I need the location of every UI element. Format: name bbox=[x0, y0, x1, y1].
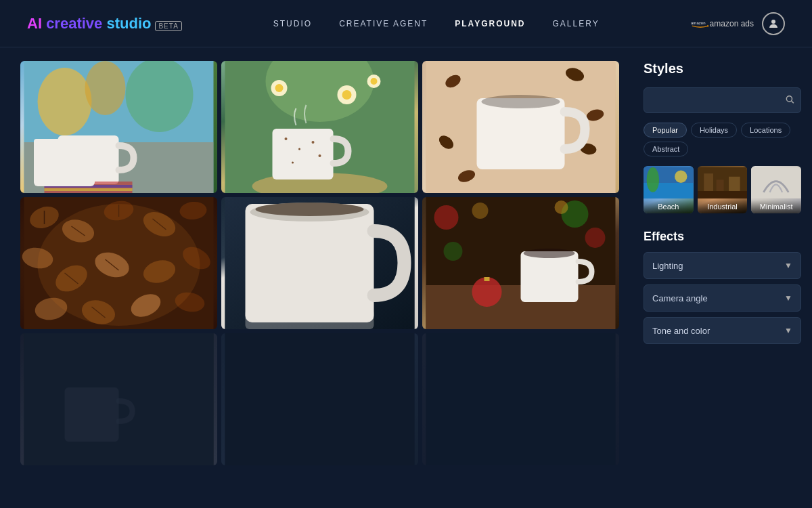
svg-point-68 bbox=[434, 205, 459, 230]
gallery-image-3[interactable] bbox=[422, 61, 619, 193]
ads-text: amazon ads bbox=[710, 19, 754, 28]
lighting-dropdown[interactable]: Lighting ▼ bbox=[644, 252, 801, 279]
search-box bbox=[644, 87, 801, 113]
user-icon bbox=[767, 18, 780, 30]
svg-rect-63 bbox=[246, 204, 374, 322]
tone-color-label: Tone and color bbox=[652, 326, 710, 336]
svg-point-65 bbox=[256, 203, 364, 216]
svg-point-2 bbox=[771, 20, 775, 24]
lighting-chevron-icon: ▼ bbox=[784, 261, 792, 270]
header: AI creative studio BETA STUDIO CREATIVE … bbox=[0, 0, 812, 47]
gallery-area bbox=[0, 47, 633, 508]
camera-angle-label: Camera angle bbox=[652, 293, 708, 303]
styles-search-input[interactable] bbox=[644, 87, 801, 113]
gallery-image-5[interactable] bbox=[221, 197, 418, 329]
svg-rect-78 bbox=[484, 277, 490, 281]
sidebar: Styles Popular Holidays Locations Abstra… bbox=[633, 47, 812, 508]
lighting-label: Lighting bbox=[652, 261, 683, 271]
svg-point-73 bbox=[444, 242, 463, 261]
industrial-thumb-image bbox=[698, 166, 748, 200]
svg-point-86 bbox=[786, 96, 792, 102]
svg-point-25 bbox=[292, 162, 294, 164]
svg-line-87 bbox=[792, 101, 794, 103]
svg-point-76 bbox=[524, 249, 575, 258]
image-2-svg bbox=[221, 61, 418, 193]
main-nav: STUDIO CREATIVE AGENT PLAYGROUND GALLERY bbox=[273, 19, 600, 28]
svg-point-19 bbox=[371, 78, 378, 85]
svg-rect-10 bbox=[45, 185, 133, 188]
svg-point-72 bbox=[555, 200, 568, 214]
image-4-svg bbox=[20, 197, 217, 329]
svg-point-24 bbox=[312, 141, 315, 144]
gallery-image-6[interactable] bbox=[422, 197, 619, 329]
nav-creative-agent[interactable]: CREATIVE AGENT bbox=[339, 19, 428, 28]
svg-point-71 bbox=[585, 228, 606, 248]
gallery-image-7[interactable] bbox=[20, 333, 217, 465]
svg-point-17 bbox=[342, 90, 352, 100]
style-thumb-industrial[interactable]: Industrial bbox=[698, 166, 748, 213]
industrial-label: Industrial bbox=[698, 200, 748, 213]
image-9-svg bbox=[422, 333, 619, 465]
svg-rect-11 bbox=[45, 188, 133, 191]
beta-badge: BETA bbox=[155, 21, 181, 31]
filter-tag-abstract[interactable]: Abstract bbox=[644, 142, 688, 156]
gallery-image-8[interactable] bbox=[221, 333, 418, 465]
image-6-svg bbox=[422, 197, 619, 329]
gallery-image-2[interactable] bbox=[221, 61, 418, 193]
svg-text:amazon: amazon bbox=[691, 21, 706, 25]
style-thumb-beach[interactable]: Beach bbox=[644, 166, 694, 213]
logo-ai: AI bbox=[27, 15, 42, 32]
svg-point-22 bbox=[285, 137, 288, 140]
svg-rect-75 bbox=[521, 251, 579, 302]
svg-point-4 bbox=[38, 68, 92, 135]
filter-tag-popular[interactable]: Popular bbox=[644, 123, 687, 137]
svg-point-77 bbox=[472, 277, 502, 307]
amazon-ads-logo: amazon amazon ads bbox=[691, 14, 754, 33]
svg-rect-36 bbox=[477, 98, 565, 169]
tone-color-chevron-icon: ▼ bbox=[784, 326, 792, 335]
svg-point-23 bbox=[298, 148, 300, 150]
filter-tag-locations[interactable]: Locations bbox=[741, 123, 790, 137]
logo-area: AI creative studio BETA bbox=[27, 15, 182, 33]
image-5-svg bbox=[221, 197, 418, 329]
svg-rect-66 bbox=[246, 309, 374, 329]
image-8-svg bbox=[221, 333, 418, 465]
svg-point-60 bbox=[38, 204, 200, 326]
effects-title: Effects bbox=[644, 230, 801, 244]
camera-angle-dropdown[interactable]: Camera angle ▼ bbox=[644, 284, 801, 312]
minimalist-thumb-image bbox=[751, 166, 801, 200]
svg-rect-81 bbox=[65, 387, 119, 442]
style-thumb-minimalist[interactable]: Minimalist bbox=[751, 166, 801, 213]
image-grid bbox=[20, 61, 619, 465]
svg-rect-85 bbox=[426, 333, 616, 465]
logo-text: AI creative studio bbox=[27, 15, 151, 33]
svg-rect-83 bbox=[225, 333, 415, 465]
style-thumbnails: Beach Industrial Mini bbox=[644, 166, 801, 213]
header-right: amazon amazon ads bbox=[691, 12, 785, 35]
beach-label: Beach bbox=[644, 200, 694, 213]
gallery-image-4[interactable] bbox=[20, 197, 217, 329]
svg-point-69 bbox=[472, 203, 489, 219]
gallery-image-1[interactable] bbox=[20, 61, 217, 193]
svg-point-6 bbox=[126, 61, 194, 132]
logo-creative: creative bbox=[46, 15, 102, 32]
svg-point-5 bbox=[85, 61, 126, 115]
image-3-svg bbox=[422, 61, 619, 193]
camera-angle-chevron-icon: ▼ bbox=[784, 293, 792, 303]
svg-point-91 bbox=[675, 171, 687, 183]
nav-playground[interactable]: PLAYGROUND bbox=[455, 19, 525, 28]
logo-studio: studio bbox=[106, 15, 151, 32]
beach-thumb-image bbox=[644, 166, 694, 200]
nav-gallery[interactable]: GALLERY bbox=[553, 19, 600, 28]
search-icon[interactable] bbox=[785, 95, 794, 106]
svg-rect-8 bbox=[58, 135, 119, 184]
amazon-smile-icon: amazon bbox=[691, 14, 710, 33]
gallery-image-9[interactable] bbox=[422, 333, 619, 465]
svg-point-15 bbox=[275, 84, 284, 92]
user-icon-button[interactable] bbox=[762, 12, 785, 35]
filter-tag-holidays[interactable]: Holidays bbox=[691, 123, 737, 137]
tone-color-dropdown[interactable]: Tone and color ▼ bbox=[644, 317, 801, 344]
nav-studio[interactable]: STUDIO bbox=[273, 19, 312, 28]
svg-rect-21 bbox=[273, 129, 334, 179]
svg-marker-1 bbox=[707, 24, 708, 26]
